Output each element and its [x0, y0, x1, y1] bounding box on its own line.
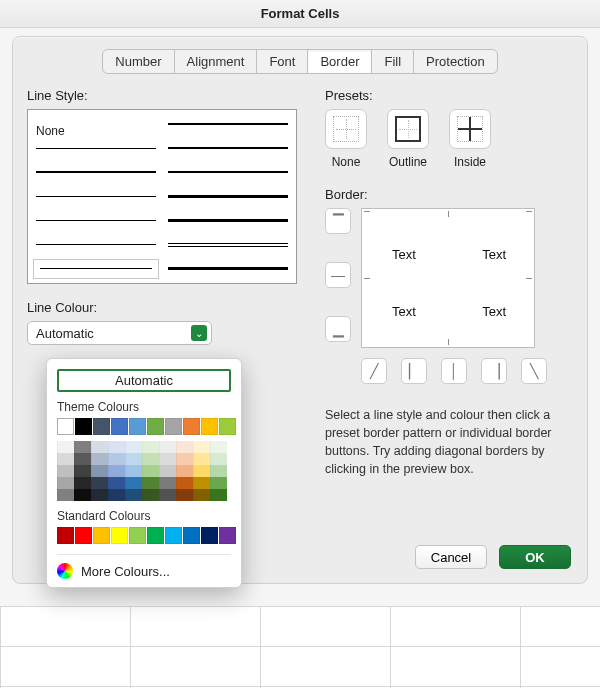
preset-outline-button[interactable] — [387, 109, 429, 149]
theme-shade-swatch[interactable] — [125, 465, 142, 477]
line-style-selected[interactable] — [40, 268, 152, 269]
theme-shade-swatch[interactable] — [142, 477, 159, 489]
ok-button[interactable]: OK — [499, 545, 571, 569]
theme-shade-swatch[interactable] — [91, 489, 108, 501]
theme-shade-swatch[interactable] — [91, 477, 108, 489]
border-vertical-button[interactable]: │ — [441, 358, 467, 384]
theme-shade-swatch[interactable] — [159, 453, 176, 465]
theme-shade-swatch[interactable] — [176, 489, 193, 501]
theme-shade-swatch[interactable] — [142, 453, 159, 465]
theme-colour-swatch[interactable] — [57, 418, 74, 435]
line-style-dash-dot-thick[interactable] — [168, 123, 288, 125]
theme-shade-swatch[interactable] — [210, 453, 227, 465]
theme-shade-swatch[interactable] — [108, 441, 125, 453]
border-left-button[interactable]: ▏ — [401, 358, 427, 384]
theme-shade-swatch[interactable] — [210, 465, 227, 477]
line-style-xthick[interactable] — [168, 267, 288, 270]
standard-colour-swatch[interactable] — [57, 527, 74, 544]
line-style-medium[interactable] — [168, 147, 288, 149]
cancel-button[interactable]: Cancel — [415, 545, 487, 569]
theme-shade-swatch[interactable] — [193, 453, 210, 465]
theme-shade-swatch[interactable] — [125, 477, 142, 489]
border-preview[interactable]: Text Text Text Text — [361, 208, 535, 348]
theme-shade-swatch[interactable] — [193, 477, 210, 489]
theme-shade-swatch[interactable] — [142, 441, 159, 453]
theme-shade-swatch[interactable] — [108, 477, 125, 489]
line-style-dashed[interactable] — [36, 196, 156, 197]
standard-colour-swatch[interactable] — [201, 527, 218, 544]
theme-shade-swatch[interactable] — [91, 441, 108, 453]
theme-shade-swatch[interactable] — [159, 465, 176, 477]
theme-colour-swatch[interactable] — [147, 418, 164, 435]
line-style-dash-dot[interactable] — [36, 220, 156, 221]
theme-shade-swatch[interactable] — [142, 489, 159, 501]
border-bottom-button[interactable]: ▁ — [325, 316, 351, 342]
theme-shade-swatch[interactable] — [159, 477, 176, 489]
standard-colour-swatch[interactable] — [129, 527, 146, 544]
line-style-double[interactable] — [168, 243, 288, 247]
theme-shade-swatch[interactable] — [57, 489, 74, 501]
theme-shade-swatch[interactable] — [210, 477, 227, 489]
theme-shade-swatch[interactable] — [176, 453, 193, 465]
tab-border[interactable]: Border — [307, 50, 371, 73]
theme-shade-swatch[interactable] — [74, 465, 91, 477]
standard-colour-swatch[interactable] — [93, 527, 110, 544]
theme-shade-swatch[interactable] — [210, 489, 227, 501]
standard-colour-swatch[interactable] — [147, 527, 164, 544]
more-colours-button[interactable]: More Colours... — [57, 554, 231, 579]
line-style-dotted-med[interactable] — [36, 171, 156, 173]
theme-shade-swatch[interactable] — [176, 477, 193, 489]
theme-shade-swatch[interactable] — [193, 465, 210, 477]
theme-shade-swatch[interactable] — [210, 441, 227, 453]
preset-none-button[interactable] — [325, 109, 367, 149]
line-colour-dropdown[interactable]: Automatic ⌄ — [27, 321, 212, 345]
theme-colour-swatch[interactable] — [201, 418, 218, 435]
standard-colour-swatch[interactable] — [219, 527, 236, 544]
colour-automatic-button[interactable]: Automatic — [57, 369, 231, 392]
theme-shade-swatch[interactable] — [193, 489, 210, 501]
theme-shade-swatch[interactable] — [74, 441, 91, 453]
line-style-picker[interactable]: None — [27, 109, 297, 284]
theme-shade-swatch[interactable] — [142, 465, 159, 477]
theme-colour-swatch[interactable] — [111, 418, 128, 435]
theme-shade-swatch[interactable] — [125, 441, 142, 453]
tab-font[interactable]: Font — [256, 50, 307, 73]
standard-colour-swatch[interactable] — [111, 527, 128, 544]
theme-shade-swatch[interactable] — [159, 489, 176, 501]
theme-shade-swatch[interactable] — [91, 453, 108, 465]
border-right-button[interactable]: ▕ — [481, 358, 507, 384]
tab-alignment[interactable]: Alignment — [174, 50, 257, 73]
theme-shade-swatch[interactable] — [91, 465, 108, 477]
standard-colour-swatch[interactable] — [75, 527, 92, 544]
theme-shade-swatch[interactable] — [176, 465, 193, 477]
theme-shade-swatch[interactable] — [193, 441, 210, 453]
theme-colour-swatch[interactable] — [219, 418, 236, 435]
tab-protection[interactable]: Protection — [413, 50, 497, 73]
theme-colour-swatch[interactable] — [129, 418, 146, 435]
theme-shade-swatch[interactable] — [57, 441, 74, 453]
theme-colour-swatch[interactable] — [165, 418, 182, 435]
line-style-thin[interactable] — [36, 244, 156, 245]
theme-shade-swatch[interactable] — [57, 453, 74, 465]
theme-shade-swatch[interactable] — [176, 441, 193, 453]
preset-inside-button[interactable] — [449, 109, 491, 149]
theme-shade-swatch[interactable] — [74, 489, 91, 501]
border-diag-up-button[interactable]: ╱ — [361, 358, 387, 384]
theme-shade-swatch[interactable] — [74, 477, 91, 489]
standard-colour-swatch[interactable] — [183, 527, 200, 544]
line-style-dashed-thick[interactable] — [168, 195, 288, 198]
theme-colour-swatch[interactable] — [93, 418, 110, 435]
theme-shade-swatch[interactable] — [108, 465, 125, 477]
border-horizontal-button[interactable]: ― — [325, 262, 351, 288]
theme-shade-swatch[interactable] — [108, 489, 125, 501]
line-style-dashed-med[interactable] — [168, 171, 288, 173]
border-diag-down-button[interactable]: ╲ — [521, 358, 547, 384]
theme-shade-swatch[interactable] — [125, 489, 142, 501]
tab-fill[interactable]: Fill — [371, 50, 413, 73]
theme-colour-swatch[interactable] — [183, 418, 200, 435]
theme-shade-swatch[interactable] — [57, 477, 74, 489]
line-style-dotted[interactable] — [36, 148, 156, 149]
standard-colour-swatch[interactable] — [165, 527, 182, 544]
theme-colour-swatch[interactable] — [75, 418, 92, 435]
line-style-thick[interactable] — [168, 219, 288, 222]
